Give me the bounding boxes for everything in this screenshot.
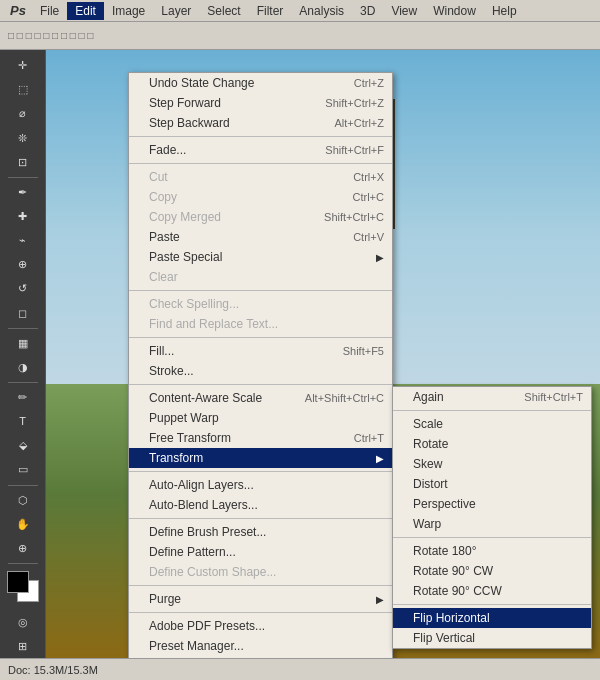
status-text: Doc: 15.3M/15.3M <box>8 664 98 676</box>
menu-copy[interactable]: Copy Ctrl+C <box>129 187 392 207</box>
tool-text[interactable]: T <box>5 410 41 433</box>
tool-screen-mode[interactable]: ⊞ <box>5 635 41 658</box>
tool-path[interactable]: ⬙ <box>5 434 41 457</box>
menu-step-backward[interactable]: Step Backward Alt+Ctrl+Z <box>129 113 392 133</box>
tool-quick-select[interactable]: ❊ <box>5 126 41 149</box>
menu-sep-6 <box>129 471 392 472</box>
tool-marquee[interactable]: ⬚ <box>5 78 41 101</box>
menu-copy-merged[interactable]: Copy Merged Shift+Ctrl+C <box>129 207 392 227</box>
tool-zoom[interactable]: ⊕ <box>5 537 41 560</box>
menubar-window[interactable]: Window <box>425 2 484 20</box>
toolbar-separator-5 <box>8 563 38 564</box>
menu-undo[interactable]: Undo State Change Ctrl+Z <box>129 73 392 93</box>
transform-sep-1 <box>393 410 591 411</box>
tool-3d[interactable]: ⬡ <box>5 489 41 512</box>
menu-stroke[interactable]: Stroke... <box>129 361 392 381</box>
toolbar-separator-4 <box>8 485 38 486</box>
menubar-layer[interactable]: Layer <box>153 2 199 20</box>
menubar-edit[interactable]: Edit <box>67 2 104 20</box>
menu-auto-align[interactable]: Auto-Align Layers... <box>129 475 392 495</box>
tool-history[interactable]: ↺ <box>5 277 41 300</box>
menu-transform-again[interactable]: Again Shift+Ctrl+T <box>393 387 591 407</box>
menubar: Ps File Edit Image Layer Select Filter A… <box>0 0 600 22</box>
menu-step-forward[interactable]: Step Forward Shift+Ctrl+Z <box>129 93 392 113</box>
menu-define-pattern[interactable]: Define Pattern... <box>129 542 392 562</box>
menu-transform-skew[interactable]: Skew <box>393 454 591 474</box>
menubar-filter[interactable]: Filter <box>249 2 292 20</box>
menubar-3d[interactable]: 3D <box>352 2 383 20</box>
tool-eraser[interactable]: ◻ <box>5 302 41 325</box>
menu-preset-manager[interactable]: Preset Manager... <box>129 636 392 656</box>
transform-sep-3 <box>393 604 591 605</box>
menu-puppet-warp[interactable]: Puppet Warp <box>129 408 392 428</box>
status-bar: Doc: 15.3M/15.3M <box>0 658 600 680</box>
menu-transform-rotate[interactable]: Rotate <box>393 434 591 454</box>
menu-rotate-90cw[interactable]: Rotate 90° CW <box>393 561 591 581</box>
menu-fill[interactable]: Fill... Shift+F5 <box>129 341 392 361</box>
menu-flip-horizontal[interactable]: Flip Horizontal <box>393 608 591 628</box>
menu-transform-warp[interactable]: Warp <box>393 514 591 534</box>
tool-crop[interactable]: ⊡ <box>5 151 41 174</box>
menu-check-spelling[interactable]: Check Spelling... <box>129 294 392 314</box>
tool-heal[interactable]: ✚ <box>5 205 41 228</box>
canvas-area: Undo State Change Ctrl+Z Step Forward Sh… <box>46 50 600 658</box>
tool-lasso[interactable]: ⌀ <box>5 102 41 125</box>
tool-gradient[interactable]: ▦ <box>5 332 41 355</box>
menu-sep-4 <box>129 337 392 338</box>
toolbar-separator-1 <box>8 177 38 178</box>
menu-free-transform[interactable]: Free Transform Ctrl+T <box>129 428 392 448</box>
color-picker[interactable] <box>7 571 39 602</box>
menu-paste-special[interactable]: Paste Special ▶ <box>129 247 392 267</box>
menubar-view[interactable]: View <box>383 2 425 20</box>
options-bar: □ □ □ □ □ □ □ □ □ □ <box>0 22 600 50</box>
menubar-select[interactable]: Select <box>199 2 248 20</box>
menu-cut[interactable]: Cut Ctrl+X <box>129 167 392 187</box>
menubar-file[interactable]: File <box>32 2 67 20</box>
menu-transform-perspective[interactable]: Perspective <box>393 494 591 514</box>
menu-rotate-180[interactable]: Rotate 180° <box>393 541 591 561</box>
tool-shape[interactable]: ▭ <box>5 458 41 481</box>
transform-sep-2 <box>393 537 591 538</box>
tool-pen[interactable]: ✏ <box>5 386 41 409</box>
menu-pdf-presets[interactable]: Adobe PDF Presets... <box>129 616 392 636</box>
tool-dodge[interactable]: ◑ <box>5 356 41 379</box>
toolbar: ✛ ⬚ ⌀ ❊ ⊡ ✒ ✚ ⌁ ⊕ ↺ ◻ ▦ ◑ ✏ T ⬙ ▭ ⬡ ✋ ⊕ … <box>0 50 46 658</box>
tool-hand[interactable]: ✋ <box>5 513 41 536</box>
app-icon: Ps <box>4 3 32 18</box>
menu-flip-vertical[interactable]: Flip Vertical <box>393 628 591 648</box>
menubar-analysis[interactable]: Analysis <box>291 2 352 20</box>
toolbar-separator-2 <box>8 328 38 329</box>
menu-auto-blend[interactable]: Auto-Blend Layers... <box>129 495 392 515</box>
menu-sep-2 <box>129 163 392 164</box>
menu-fade[interactable]: Fade... Shift+Ctrl+F <box>129 140 392 160</box>
menu-paste[interactable]: Paste Ctrl+V <box>129 227 392 247</box>
menu-sep-8 <box>129 585 392 586</box>
menu-content-aware[interactable]: Content-Aware Scale Alt+Shift+Ctrl+C <box>129 388 392 408</box>
tool-mask[interactable]: ◎ <box>5 611 41 634</box>
foreground-color[interactable] <box>7 571 29 593</box>
tool-clone[interactable]: ⊕ <box>5 253 41 276</box>
menu-transform-scale[interactable]: Scale <box>393 414 591 434</box>
menu-define-brush[interactable]: Define Brush Preset... <box>129 522 392 542</box>
tool-brush[interactable]: ⌁ <box>5 229 41 252</box>
menu-sep-9 <box>129 612 392 613</box>
menu-sep-3 <box>129 290 392 291</box>
menu-define-shape[interactable]: Define Custom Shape... <box>129 562 392 582</box>
menubar-help[interactable]: Help <box>484 2 525 20</box>
menu-purge[interactable]: Purge ▶ <box>129 589 392 609</box>
toolbar-separator-3 <box>8 382 38 383</box>
menu-rotate-90ccw[interactable]: Rotate 90° CCW <box>393 581 591 601</box>
menu-sep-7 <box>129 518 392 519</box>
menu-sep-5 <box>129 384 392 385</box>
main-area: ✛ ⬚ ⌀ ❊ ⊡ ✒ ✚ ⌁ ⊕ ↺ ◻ ▦ ◑ ✏ T ⬙ ▭ ⬡ ✋ ⊕ … <box>0 50 600 658</box>
menu-transform[interactable]: Transform ▶ <box>129 448 392 468</box>
menu-clear[interactable]: Clear <box>129 267 392 287</box>
edit-menu: Undo State Change Ctrl+Z Step Forward Sh… <box>128 72 393 658</box>
menu-find-replace[interactable]: Find and Replace Text... <box>129 314 392 334</box>
tool-eyedropper[interactable]: ✒ <box>5 181 41 204</box>
tool-move[interactable]: ✛ <box>5 54 41 77</box>
menubar-image[interactable]: Image <box>104 2 153 20</box>
transform-submenu: Again Shift+Ctrl+T Scale Rotate Skew Dis… <box>392 386 592 649</box>
menu-sep-1 <box>129 136 392 137</box>
menu-transform-distort[interactable]: Distort <box>393 474 591 494</box>
